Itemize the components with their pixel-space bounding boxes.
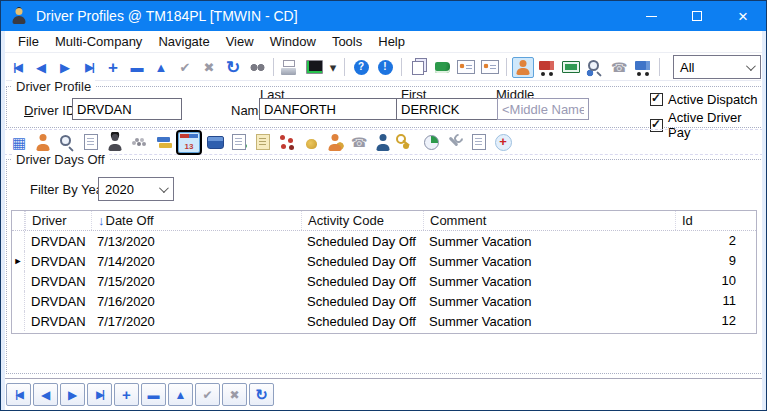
- up-button[interactable]: ▲: [168, 383, 193, 406]
- table-row[interactable]: DRVDAN7/13/2020Scheduled Day OffSummer V…: [12, 231, 756, 251]
- menu-bar: FileMulti-CompanyNavigateViewWindowTools…: [2, 31, 765, 53]
- copy-notes-icon[interactable]: [407, 57, 429, 78]
- active-dispatch-checkbox[interactable]: Active Dispatch: [650, 92, 758, 107]
- checklist-icon[interactable]: [80, 132, 102, 153]
- menu-file[interactable]: File: [10, 32, 47, 51]
- middle-name-input[interactable]: [497, 98, 589, 120]
- notes-icon[interactable]: [252, 132, 274, 153]
- nav-prev-icon[interactable]: ◀: [30, 57, 52, 78]
- doc-check-icon[interactable]: [228, 132, 250, 153]
- reference-book-icon[interactable]: [431, 57, 453, 78]
- cell-id: 9: [675, 251, 756, 271]
- driver-days-off-group-label: Driver Days Off: [12, 152, 109, 167]
- network-icon[interactable]: [276, 132, 298, 153]
- minimize-button[interactable]: [628, 1, 674, 31]
- add-record-button[interactable]: +: [114, 383, 139, 406]
- scope-filter-dropdown[interactable]: All: [673, 55, 761, 79]
- menu-navigate[interactable]: Navigate: [150, 32, 217, 51]
- phone-icon[interactable]: ☎: [608, 57, 630, 78]
- days-off-table-header: Driver↓Date OffActivity CodeCommentId: [12, 211, 756, 231]
- nav-first-icon[interactable]: |◀: [6, 57, 28, 78]
- nav-next-icon[interactable]: ▶: [54, 57, 76, 78]
- column-header-id[interactable]: Id: [675, 211, 756, 230]
- column-header-date-off[interactable]: ↓Date Off: [91, 211, 301, 230]
- nav-last-button[interactable]: ▶|: [87, 383, 112, 406]
- person-lock-icon[interactable]: [324, 132, 346, 153]
- nav-prev-button[interactable]: ◀: [33, 383, 58, 406]
- toolbar-profile-tabs: ☎: [4, 129, 763, 155]
- cell-driver: DRVDAN: [25, 254, 91, 269]
- cell-driver: DRVDAN: [25, 314, 91, 329]
- menu-view[interactable]: View: [218, 32, 262, 51]
- window-title: Driver Profiles @ TM184PL [TMWIN - CD]: [36, 8, 298, 24]
- table-row[interactable]: DRVDAN7/16/2020Scheduled Day OffSummer V…: [12, 291, 756, 311]
- help-icon[interactable]: [350, 57, 372, 78]
- filter-by-year-dropdown[interactable]: 2020: [98, 177, 174, 201]
- days-off-calendar-icon[interactable]: [178, 132, 200, 153]
- about-icon[interactable]: [374, 57, 396, 78]
- refresh-button[interactable]: ↻: [249, 383, 274, 406]
- table-row[interactable]: DRVDAN7/17/2020Scheduled Day OffSummer V…: [12, 311, 756, 331]
- filter-by-year-label: Filter By Year: [30, 182, 107, 197]
- nav-next-button[interactable]: ▶: [60, 383, 85, 406]
- search-records-icon[interactable]: [584, 57, 606, 78]
- keys-icon[interactable]: [396, 132, 418, 153]
- first-name-input[interactable]: [396, 98, 506, 120]
- table-row[interactable]: ►DRVDAN7/14/2020Scheduled Day OffSummer …: [12, 251, 756, 271]
- police-icon[interactable]: [372, 132, 394, 153]
- cell-comment: Summer Vacation: [423, 294, 675, 309]
- nav-first-button[interactable]: |◀: [6, 383, 31, 406]
- wallet-icon[interactable]: [204, 132, 226, 153]
- binoculars-icon[interactable]: [246, 57, 268, 78]
- close-icon: ×: [738, 8, 748, 25]
- driver-hat-icon[interactable]: [104, 132, 126, 153]
- pay-cards-icon[interactable]: [152, 132, 174, 153]
- last-name-input[interactable]: [259, 98, 398, 120]
- gauge-icon[interactable]: [420, 132, 442, 153]
- medical-icon[interactable]: [492, 132, 514, 153]
- row-selector-cell: [12, 311, 25, 331]
- driver-profile-icon[interactable]: [512, 57, 534, 78]
- save-icon[interactable]: ✔: [174, 57, 196, 78]
- cell-date-off: 7/15/2020: [91, 274, 301, 289]
- close-button[interactable]: ×: [720, 1, 766, 31]
- profile-card-icon[interactable]: [455, 57, 477, 78]
- up-icon[interactable]: ▲: [150, 57, 172, 78]
- driver-days-off-group: Driver Days Off Filter By Year 2020 Driv…: [6, 159, 763, 374]
- carrier-profile-icon[interactable]: [632, 57, 654, 78]
- add-record-icon[interactable]: +: [102, 57, 124, 78]
- wrench-icon[interactable]: [444, 132, 466, 153]
- table-row[interactable]: DRVDAN7/15/2020Scheduled Day OffSummer V…: [12, 271, 756, 291]
- menu-tools[interactable]: Tools: [324, 32, 370, 51]
- report-icon[interactable]: [468, 132, 490, 153]
- fax-icon[interactable]: ☎: [348, 132, 370, 153]
- menu-help[interactable]: Help: [370, 32, 413, 51]
- person-icon[interactable]: [32, 132, 54, 153]
- column-header-comment[interactable]: Comment: [423, 211, 675, 230]
- delete-record-button[interactable]: ▬: [141, 383, 166, 406]
- profile-card-alt-icon[interactable]: [479, 57, 501, 78]
- column-header-driver[interactable]: Driver: [25, 211, 91, 230]
- print-icon[interactable]: [279, 57, 301, 78]
- driver-id-input[interactable]: [72, 98, 182, 120]
- trailer-profile-icon[interactable]: [560, 57, 582, 78]
- save-button[interactable]: ✔: [195, 383, 220, 406]
- truck-profile-icon[interactable]: [536, 57, 558, 78]
- grapes-icon[interactable]: [128, 132, 150, 153]
- cancel-icon[interactable]: ✖: [198, 57, 220, 78]
- menu-window[interactable]: Window: [262, 32, 324, 51]
- maximize-button[interactable]: [674, 1, 720, 31]
- menu-multi-company[interactable]: Multi-Company: [47, 32, 150, 51]
- cancel-button[interactable]: ✖: [222, 383, 247, 406]
- search-icon[interactable]: [56, 132, 78, 153]
- column-header-activity-code[interactable]: Activity Code: [301, 211, 423, 230]
- nav-last-icon[interactable]: ▶|: [78, 57, 100, 78]
- console-dropdown-icon[interactable]: ▾: [327, 57, 339, 78]
- refresh-icon[interactable]: ↻: [222, 57, 244, 78]
- delete-record-icon[interactable]: ▬: [126, 57, 148, 78]
- money-bag-icon[interactable]: [300, 132, 322, 153]
- pay-grid-icon[interactable]: [8, 132, 30, 153]
- cell-comment: Summer Vacation: [423, 274, 675, 289]
- console-icon[interactable]: [303, 57, 325, 78]
- cell-id: 12: [675, 311, 756, 331]
